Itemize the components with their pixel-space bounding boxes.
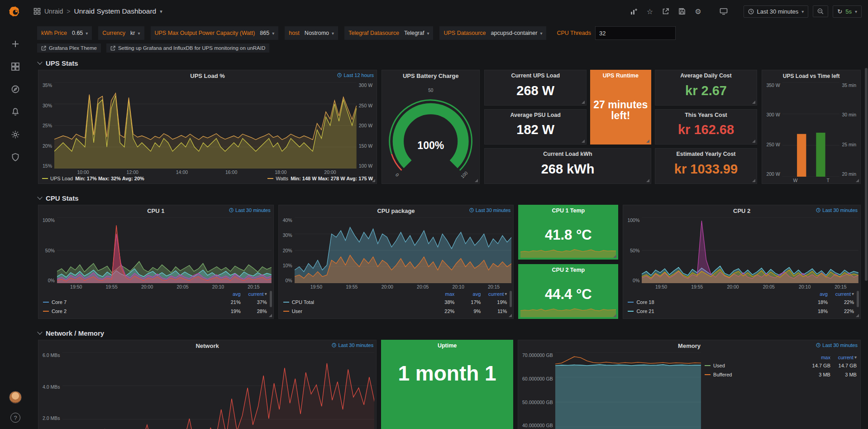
variable-value[interactable]: Nostromo▾ xyxy=(304,30,338,36)
cpu-package-chart[interactable] xyxy=(295,217,512,283)
legend-row[interactable]: User22%9%11% xyxy=(283,307,507,316)
grafana-logo[interactable] xyxy=(8,5,23,20)
cpu2-chart[interactable] xyxy=(642,217,858,283)
legend-col-current[interactable]: current▾ xyxy=(830,355,857,360)
link-ups-monitoring-guide[interactable]: Setting up Grafana and InfluxDB for UPS … xyxy=(106,43,269,53)
legend-row[interactable]: Core 2118%22% xyxy=(628,307,854,316)
network-chart[interactable] xyxy=(62,352,375,429)
panel-title[interactable]: Estimated Yearly Cost xyxy=(655,149,757,157)
clock-icon xyxy=(332,343,336,347)
refresh-interval-caret-icon[interactable]: ▾ xyxy=(855,9,857,14)
panel-title[interactable]: This Years Cost xyxy=(655,110,757,118)
ups-load-chart[interactable] xyxy=(54,82,357,169)
cpu-stats-row: CPU 1 Last 30 minutes 0%50%100% 19:5019:… xyxy=(38,205,861,319)
explore-compass-icon[interactable] xyxy=(10,84,20,94)
dashboard-grid-icon[interactable] xyxy=(33,8,41,15)
configuration-gear-icon[interactable] xyxy=(10,130,20,140)
variable-value[interactable]: Telegraf▾ xyxy=(403,30,434,36)
create-plus-icon[interactable] xyxy=(10,39,20,49)
panel-title[interactable]: Average Daily Cost xyxy=(655,70,757,79)
legend-row[interactable]: Buffered3 MB3 MB xyxy=(705,370,857,379)
panel-title[interactable]: UPS Runtime xyxy=(591,70,651,79)
star-button[interactable]: ☆ xyxy=(644,5,655,18)
panel-title[interactable]: Network xyxy=(196,342,219,349)
panel-title[interactable]: Uptime xyxy=(382,340,513,349)
breadcrumb-folder[interactable]: Unraid xyxy=(44,8,63,15)
add-panel-button[interactable] xyxy=(628,6,640,17)
server-admin-shield-icon[interactable] xyxy=(10,152,20,162)
chevron-down-icon xyxy=(37,59,42,64)
panel-title[interactable]: CPU package xyxy=(377,207,415,214)
legend-row[interactable]: Core 1818%22% xyxy=(628,298,854,307)
variable-ups-max-output[interactable]: UPS Max Output Power Capacity (Watt) 865… xyxy=(151,26,279,40)
tv-kiosk-mode-button[interactable] xyxy=(717,6,730,17)
zoom-out-time-button[interactable] xyxy=(813,5,828,17)
row-header-ups-stats[interactable]: UPS Stats xyxy=(38,56,861,70)
panel-title[interactable]: Average PSU Load xyxy=(485,110,586,118)
panel-title[interactable]: Current Load kWh xyxy=(485,149,650,157)
share-button[interactable] xyxy=(660,6,672,17)
dashboard-dropdown-caret[interactable]: ▾ xyxy=(160,9,162,14)
legend-row[interactable]: Used14.7 GB14.7 GB xyxy=(705,361,857,370)
legend-scrollbar[interactable] xyxy=(270,291,272,307)
series-marker xyxy=(283,302,289,303)
legend-item[interactable]: WattsMin: 148 W Max: 278 W Avg: 175 W xyxy=(267,176,373,181)
panel-time-override: Last 30 minutes xyxy=(816,342,858,348)
variable-telegraf-datasource[interactable]: Telegraf Datasource Telegraf▾ xyxy=(344,26,433,40)
panel-title[interactable]: UPS Load vs Time left xyxy=(783,73,840,79)
legend-scrollbar[interactable] xyxy=(510,291,512,307)
panel-title[interactable]: CPU 2 xyxy=(733,207,750,214)
legend-col-current[interactable]: current▾ xyxy=(241,291,267,297)
dashboards-icon[interactable] xyxy=(10,62,20,72)
legend-col-avg[interactable]: avg xyxy=(454,291,481,297)
row-header-network-memory[interactable]: Network / Memory xyxy=(38,326,861,340)
variable-value[interactable]: apcupsd-container▾ xyxy=(490,30,547,36)
series-marker xyxy=(705,365,711,366)
legend-row[interactable]: CPU Total38%17%19% xyxy=(283,298,507,307)
dashboard-settings-button[interactable]: ⚙ xyxy=(692,5,703,18)
legend-col-current[interactable]: current▾ xyxy=(828,291,854,297)
legend-col-max[interactable]: max xyxy=(804,355,830,360)
panel-title[interactable]: Current UPS Load xyxy=(485,70,586,79)
variable-ups-datasource[interactable]: UPS Datasource apcupsd-container▾ xyxy=(439,26,546,40)
variable-value[interactable]: kr▾ xyxy=(129,30,144,36)
legend-col-avg[interactable]: avg xyxy=(801,291,828,297)
panel-title[interactable]: Memory xyxy=(678,342,701,349)
page-scrollbar[interactable] xyxy=(865,68,868,281)
legend-row[interactable]: Core 219%28% xyxy=(43,307,267,316)
cpu1-chart[interactable] xyxy=(57,217,272,283)
user-avatar[interactable] xyxy=(9,391,22,404)
legend-scrollbar[interactable] xyxy=(857,291,859,307)
panel-title[interactable]: UPS Battery Charge xyxy=(403,72,459,79)
cpu-threads-input[interactable] xyxy=(595,26,676,40)
sidebar: ? xyxy=(0,0,31,429)
gauge-arc[interactable]: 02050100 xyxy=(386,83,476,180)
panel-title[interactable]: UPS Load % xyxy=(190,72,225,79)
refresh-interval-label[interactable]: 5s xyxy=(845,8,852,15)
panel-title[interactable]: CPU 2 Temp xyxy=(519,265,618,273)
legend-col-current[interactable]: current▾ xyxy=(481,291,507,297)
legend-item[interactable]: UPS LoadMin: 17% Max: 32% Avg: 20% xyxy=(42,176,144,181)
legend-col-avg[interactable]: avg xyxy=(215,291,241,297)
dashboard-title[interactable]: Unraid System Dashboard xyxy=(74,7,156,15)
help-icon[interactable]: ? xyxy=(10,413,20,423)
panel-title[interactable]: CPU 1 xyxy=(147,207,164,214)
variable-value[interactable]: 0.65▾ xyxy=(71,30,92,36)
legend-col-max[interactable]: max xyxy=(428,291,454,297)
link-grafana-plex-theme[interactable]: Grafana Plex Theme xyxy=(37,43,101,53)
save-button[interactable] xyxy=(676,6,688,17)
variable-currency[interactable]: Currency kr▾ xyxy=(98,26,144,40)
legend-row[interactable]: Core 721%37% xyxy=(43,298,267,307)
time-picker-button[interactable]: Last 30 minutes ▾ xyxy=(744,5,809,18)
panel-ups-runtime: UPS Runtime 27 minutes left! xyxy=(590,70,651,145)
variable-value[interactable]: 865▾ xyxy=(259,30,278,36)
alerting-bell-icon[interactable] xyxy=(10,107,20,117)
stat-value: kr 2.67 xyxy=(655,79,757,105)
panel-title[interactable]: CPU 1 Temp xyxy=(519,205,618,214)
variable-kwh-price[interactable]: kWh Price 0.65▾ xyxy=(37,26,92,40)
load-vs-time-bars[interactable] xyxy=(782,82,840,177)
refresh-button[interactable]: ↻ 5s ▾ xyxy=(833,5,862,18)
memory-chart[interactable] xyxy=(555,352,701,429)
row-header-cpu-stats[interactable]: CPU Stats xyxy=(38,191,861,205)
variable-host[interactable]: host Nostromo▾ xyxy=(285,26,338,40)
